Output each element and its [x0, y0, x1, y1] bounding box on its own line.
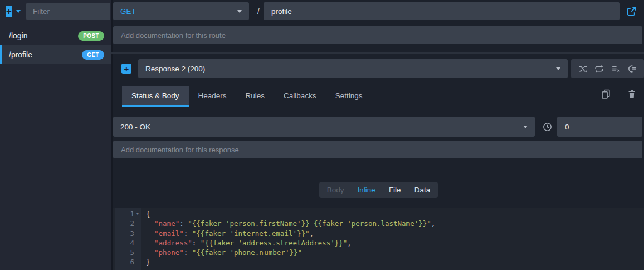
add-icon: +	[6, 7, 12, 16]
code-line[interactable]: 4▾ "address": "{{faker 'address.streetAd…	[113, 238, 644, 248]
mode-file[interactable]: File	[382, 182, 408, 197]
tab-headers[interactable]: Headers	[189, 86, 236, 107]
body-mode-toggle: BodyInlineFileData	[113, 182, 644, 198]
sidebar-toolbar: +	[0, 0, 111, 22]
code-text: "name": "{{faker 'person.firstName'}} {{…	[141, 219, 435, 228]
app-window: { "colors": { "accent": "#2da4f0", "post…	[0, 0, 644, 270]
code-line[interactable]: 6▾}	[113, 257, 644, 267]
route-item[interactable]: /profileGET	[0, 45, 111, 64]
fold-caret-icon[interactable]: ▾	[134, 209, 141, 219]
line-number: 1▾	[113, 209, 141, 219]
status-code-value: 200 - OK	[120, 123, 150, 131]
route-panel: GET / + Response 2 (200)	[113, 0, 644, 270]
add-icon: +	[124, 64, 129, 74]
chevron-down-icon	[556, 68, 560, 70]
add-route-button[interactable]: +	[6, 6, 12, 17]
mode-body: Body	[320, 182, 351, 197]
editor-lines: 1▾{2▾ "name": "{{faker 'person.firstName…	[113, 208, 644, 267]
routes-list: /loginPOST/profileGET	[0, 26, 111, 64]
fallback-mode-button[interactable]	[627, 64, 637, 74]
route-path: /profile	[9, 50, 32, 59]
chevron-down-icon	[523, 126, 528, 128]
response-doc-input[interactable]	[113, 141, 642, 158]
disable-rules-button[interactable]	[611, 64, 621, 74]
code-text: "email": "{{faker 'internet.email'}}",	[141, 229, 314, 238]
tab-settings[interactable]: Settings	[326, 86, 372, 107]
line-number: 2▾	[113, 219, 141, 228]
latency-clock-icon	[540, 117, 554, 137]
response-tabs: Status & BodyHeadersRulesCallbacksSettin…	[113, 86, 644, 107]
repeat-icon	[594, 64, 604, 74]
line-number: 6▾	[113, 257, 141, 267]
add-response-button[interactable]: +	[121, 64, 131, 74]
delete-response-button[interactable]	[627, 89, 636, 99]
chevron-down-icon	[237, 10, 242, 13]
path-separator: /	[253, 2, 264, 20]
route-doc-input[interactable]	[113, 26, 642, 44]
code-line[interactable]: 5▾ "phone": "{{faker 'phone.number'}}"	[113, 248, 644, 257]
body-mode-group: BodyInlineFileData	[319, 182, 438, 198]
fallback-mode-icon	[627, 64, 637, 74]
open-route-in-browser-button[interactable]	[623, 3, 639, 19]
tab-rules[interactable]: Rules	[236, 86, 275, 107]
sequential-response-button[interactable]	[594, 64, 604, 74]
code-text: }	[141, 257, 150, 267]
http-method-value: GET	[120, 7, 136, 16]
tab-callbacks[interactable]: Callbacks	[274, 86, 326, 107]
response-select[interactable]: Response 2 (200)	[138, 59, 568, 78]
code-line[interactable]: 2▾ "name": "{{faker 'person.firstName'}}…	[113, 219, 644, 228]
code-text: "address": "{{faker 'address.streetAddre…	[141, 238, 352, 248]
response-delay-input[interactable]	[557, 117, 642, 137]
rules-disable-icon	[611, 64, 621, 74]
method-badge: POST	[78, 31, 104, 41]
routes-sidebar: + /loginPOST/profileGET	[0, 0, 111, 270]
duplicate-response-button[interactable]	[601, 89, 611, 99]
section-divider	[111, 52, 644, 54]
code-text: {	[141, 209, 150, 219]
tab-status-body[interactable]: Status & Body	[122, 86, 189, 107]
line-number: 4▾	[113, 238, 141, 248]
mode-inline[interactable]: Inline	[351, 182, 382, 197]
external-link-icon	[626, 6, 637, 17]
line-number: 3▾	[113, 229, 141, 238]
route-item[interactable]: /loginPOST	[0, 26, 111, 45]
copy-icon	[601, 89, 611, 99]
http-method-select[interactable]: GET	[113, 2, 249, 20]
status-code-select[interactable]: 200 - OK	[113, 117, 535, 137]
add-route-menu-caret chevron-down-icon[interactable]	[16, 10, 21, 13]
line-number: 5▾	[113, 248, 141, 257]
code-line[interactable]: 3▾ "email": "{{faker 'internet.email'}}"…	[113, 229, 644, 238]
trash-icon	[627, 89, 636, 99]
route-path: /login	[9, 31, 27, 40]
random-response-button[interactable]	[578, 64, 588, 74]
code-text: "phone": "{{faker 'phone.number'}}"	[141, 248, 302, 257]
response-select-value: Response 2 (200)	[145, 65, 205, 73]
route-filter-input[interactable]	[26, 3, 110, 20]
route-path-input[interactable]	[264, 2, 620, 20]
mode-data[interactable]: Data	[408, 182, 437, 197]
response-mode-actions	[571, 59, 644, 78]
method-badge: GET	[82, 50, 104, 60]
shuffle-icon	[578, 64, 588, 74]
body-code-editor[interactable]: 1▾{2▾ "name": "{{faker 'person.firstName…	[113, 208, 644, 270]
code-line[interactable]: 1▾{	[113, 209, 644, 219]
